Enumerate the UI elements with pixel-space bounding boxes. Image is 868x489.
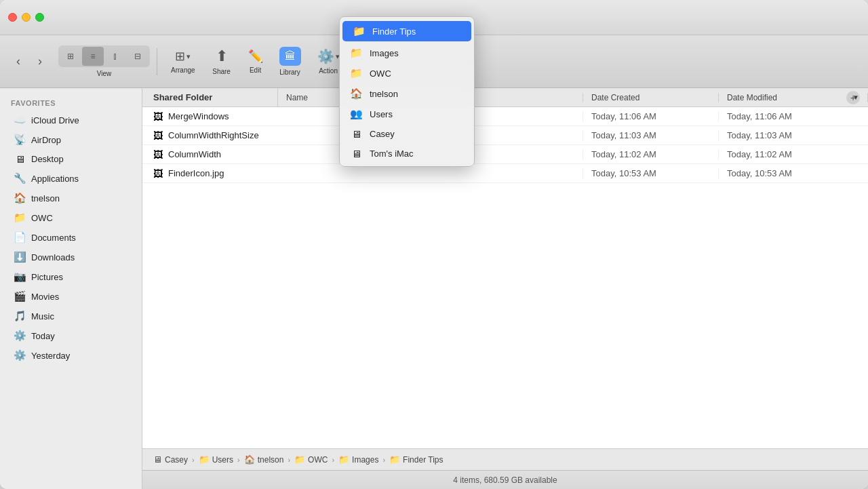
dropdown-item-casey[interactable]: 🖥 Casey [340, 124, 474, 144]
music-icon: 🎵 [14, 310, 26, 322]
file-icon-fi: 🖼 [153, 168, 163, 179]
dropdown-tnelson-icon: 🏠 [349, 87, 363, 100]
breadcrumb-item-owc[interactable]: 📁 OWC [294, 454, 328, 465]
col-header-date-created[interactable]: Date Created [583, 93, 719, 102]
dropdown-tnelson-label: tnelson [370, 89, 398, 99]
view-list-btn[interactable]: ≡ [82, 47, 104, 66]
movies-icon: 🎬 [14, 290, 26, 302]
library-button[interactable]: 🏛 Library [273, 43, 308, 80]
breadcrumb-finder-tips-label: Finder Tips [403, 455, 443, 465]
sidebar-item-applications[interactable]: 🔧 Applications [3, 169, 139, 188]
file-list: 🖼 MergeWindows Today, 11:06 AM Today, 11… [142, 107, 868, 448]
sidebar-item-downloads[interactable]: ⬇️ Downloads [3, 248, 139, 267]
owc-icon: 📁 [14, 212, 26, 224]
breadcrumb-sep-2: › [237, 456, 240, 464]
table-row[interactable]: 🖼 ColumnWidthRightSize Today, 11:03 AM T… [142, 126, 868, 145]
file-name-cw: ColumnWidth [168, 149, 221, 159]
breadcrumb-sep-4: › [332, 456, 334, 464]
breadcrumb-images-icon: 📁 [338, 454, 349, 465]
forward-button[interactable]: › [30, 52, 50, 72]
close-button[interactable] [8, 13, 17, 22]
table-row[interactable]: 🖼 FinderIcon.jpg Today, 10:53 AM Today, … [142, 164, 868, 183]
breadcrumb-item-images[interactable]: 📁 Images [338, 454, 378, 465]
breadcrumb-images-label: Images [352, 455, 378, 465]
file-modified-cwr: Today, 11:03 AM [719, 130, 868, 140]
dropdown-item-images[interactable]: 📁 Images [340, 43, 474, 63]
edit-button[interactable]: ✏️ Edit [241, 45, 270, 78]
breadcrumb-tnelson-icon: 🏠 [244, 454, 255, 465]
table-row[interactable]: 🖼 MergeWindows Today, 11:06 AM Today, 11… [142, 107, 868, 126]
edit-icon: ✏️ [248, 49, 263, 64]
sidebar-item-label-desktop: Desktop [31, 154, 64, 164]
minimize-button[interactable] [22, 13, 31, 22]
folder-label-header: Shared Folder [142, 88, 278, 106]
dropdown-item-owc[interactable]: 📁 OWC [340, 63, 474, 83]
share-icon: ⬆ [216, 47, 228, 65]
file-date-merge: Today, 11:06 AM [583, 111, 719, 121]
sidebar-item-movies[interactable]: 🎬 Movies [3, 287, 139, 306]
view-column-btn[interactable]: ⫿ [104, 47, 126, 66]
sidebar-item-desktop[interactable]: 🖥 Desktop [3, 150, 139, 168]
breadcrumb-item-finder-tips[interactable]: 📁 Finder Tips [389, 454, 443, 465]
breadcrumb-item-tnelson[interactable]: 🏠 tnelson [244, 454, 284, 465]
file-name-fi: FinderIcon.jpg [168, 168, 224, 178]
file-name-cell-fi: 🖼 FinderIcon.jpg [142, 168, 583, 179]
view-gallery-btn[interactable]: ⊟ [127, 47, 149, 66]
file-date-fi: Today, 10:53 AM [583, 168, 719, 178]
share-button[interactable]: ⬆ Share [205, 43, 239, 79]
sidebar-item-label-tnelson: tnelson [31, 193, 60, 203]
file-name-merge: MergeWindows [168, 111, 229, 121]
file-icon-cw: 🖼 [153, 149, 163, 160]
sidebar-item-today[interactable]: ⚙️ Today [3, 326, 139, 345]
library-icon: 🏛 [279, 47, 301, 66]
dropdown-owc-icon: 📁 [349, 67, 363, 79]
sidebar-item-label-documents: Documents [31, 233, 76, 243]
sidebar-item-tnelson[interactable]: 🏠 tnelson [3, 189, 139, 208]
add-column-button[interactable]: + [846, 91, 860, 104]
table-row[interactable]: 🖼 ColumnWidth Today, 11:02 AM Today, 11:… [142, 145, 868, 164]
statusbar-text: 4 items, 680.59 GB available [453, 475, 557, 485]
sidebar-item-documents[interactable]: 📄 Documents [3, 228, 139, 247]
favorites-section-title: Favorites [0, 94, 142, 110]
icloud-drive-icon: ☁️ [14, 114, 26, 126]
file-modified-cw: Today, 11:02 AM [719, 149, 868, 159]
action-label: Action [319, 67, 338, 75]
sidebar-item-icloud-drive[interactable]: ☁️ iCloud Drive [3, 111, 139, 130]
dropdown-item-toms-imac[interactable]: 🖥 Tom's iMac [340, 144, 474, 163]
documents-icon: 📄 [14, 231, 26, 243]
dropdown-item-users[interactable]: 👥 Users [340, 104, 474, 124]
dropdown-casey-label: Casey [370, 129, 395, 139]
sidebar-item-owc[interactable]: 📁 OWC [3, 208, 139, 227]
edit-label: Edit [250, 66, 261, 74]
share-label: Share [212, 68, 231, 75]
dropdown-item-tnelson[interactable]: 🏠 tnelson [340, 83, 474, 104]
airdrop-icon: 📡 [14, 134, 26, 146]
breadcrumb: 🖥 Casey › 📁 Users › 🏠 tnelson › 📁 OWC [142, 448, 868, 470]
sidebar-item-airdrop[interactable]: 📡 AirDrop [3, 130, 139, 149]
today-icon: ⚙️ [14, 330, 26, 342]
col-header-date-modified[interactable]: Date Modified ▼ [719, 93, 868, 102]
dropdown-item-finder-tips[interactable]: 📁 Finder Tips [342, 21, 471, 41]
sidebar-item-music[interactable]: 🎵 Music [3, 307, 139, 326]
breadcrumb-owc-label: OWC [308, 455, 328, 465]
breadcrumb-users-label: Users [212, 455, 233, 465]
breadcrumb-item-casey[interactable]: 🖥 Casey [153, 454, 188, 465]
dropdown-users-label: Users [370, 109, 393, 119]
breadcrumb-item-users[interactable]: 📁 Users [199, 454, 233, 465]
arrange-button[interactable]: ⊞ ▾ Arrange [164, 45, 202, 78]
sidebar-item-yesterday[interactable]: ⚙️ Yesterday [3, 346, 139, 365]
dropdown-finder-tips-label: Finder Tips [372, 26, 416, 37]
maximize-button[interactable] [35, 13, 44, 22]
view-group: ⊞ ≡ ⫿ ⊟ [58, 45, 150, 67]
file-name-cwr: ColumnWidthRightSize [168, 130, 259, 140]
file-modified-fi: Today, 10:53 AM [719, 168, 868, 178]
sidebar-item-label-icloud: iCloud Drive [31, 115, 79, 125]
breadcrumb-finder-tips-icon: 📁 [389, 454, 400, 465]
sidebar-item-label-yesterday: Yesterday [31, 351, 70, 361]
main-panel: Shared Folder Name Date Created Date Mod… [142, 88, 868, 489]
back-button[interactable]: ‹ [8, 52, 28, 72]
sidebar-item-pictures[interactable]: 📷 Pictures [3, 267, 139, 286]
file-icon-merge: 🖼 [153, 111, 163, 122]
breadcrumb-tnelson-label: tnelson [258, 455, 284, 465]
view-icon-btn[interactable]: ⊞ [60, 47, 81, 66]
